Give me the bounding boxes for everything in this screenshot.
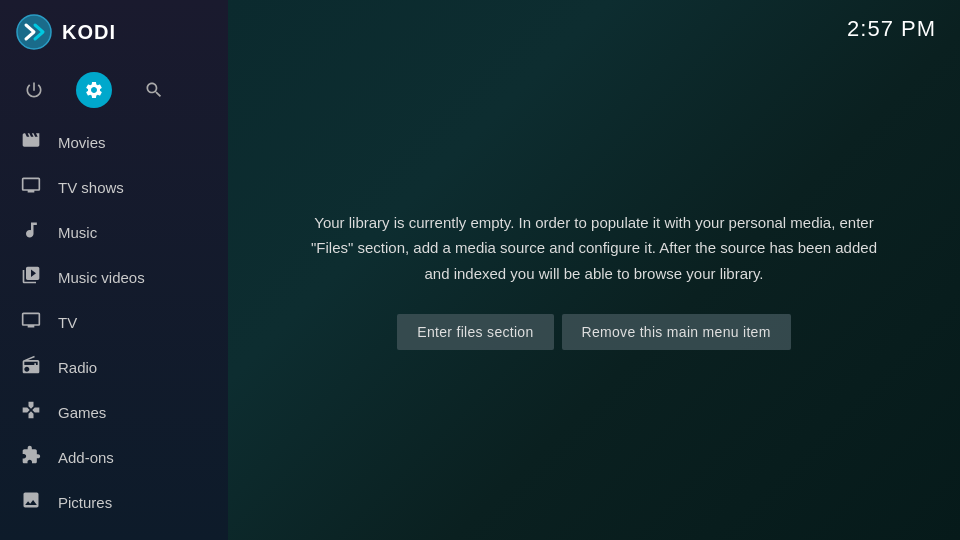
main-content: 2:57 PM Your library is currently empty.… bbox=[228, 0, 960, 540]
musicvideos-icon bbox=[20, 265, 42, 290]
pictures-label: Pictures bbox=[58, 494, 112, 511]
sidebar-item-tvshows[interactable]: TV shows bbox=[0, 165, 228, 210]
games-label: Games bbox=[58, 404, 106, 421]
kodi-logo-icon bbox=[16, 14, 52, 50]
sidebar-item-musicvideos[interactable]: Music videos bbox=[0, 255, 228, 300]
addons-icon bbox=[20, 445, 42, 470]
action-buttons: Enter files section Remove this main men… bbox=[397, 314, 790, 350]
enter-files-button[interactable]: Enter files section bbox=[397, 314, 553, 350]
time-display: 2:57 PM bbox=[847, 16, 936, 42]
settings-gear-icon bbox=[84, 80, 104, 100]
addons-label: Add-ons bbox=[58, 449, 114, 466]
search-button[interactable] bbox=[136, 72, 172, 108]
power-button[interactable] bbox=[16, 72, 52, 108]
movies-icon bbox=[20, 130, 42, 155]
remove-menu-item-button[interactable]: Remove this main menu item bbox=[562, 314, 791, 350]
sidebar-item-music[interactable]: Music bbox=[0, 210, 228, 255]
radio-label: Radio bbox=[58, 359, 97, 376]
power-icon bbox=[24, 80, 44, 100]
tv-label: TV bbox=[58, 314, 77, 331]
tvshows-label: TV shows bbox=[58, 179, 124, 196]
sidebar: KODI Movies bbox=[0, 0, 228, 540]
pictures-icon bbox=[20, 490, 42, 515]
music-icon bbox=[20, 220, 42, 245]
games-icon bbox=[20, 400, 42, 425]
tv-icon bbox=[20, 310, 42, 335]
sidebar-item-games[interactable]: Games bbox=[0, 390, 228, 435]
sidebar-item-tv[interactable]: TV bbox=[0, 300, 228, 345]
sidebar-header: KODI bbox=[0, 0, 228, 64]
app-title: KODI bbox=[62, 21, 116, 44]
sidebar-item-addons[interactable]: Add-ons bbox=[0, 435, 228, 480]
radio-icon bbox=[20, 355, 42, 380]
movies-label: Movies bbox=[58, 134, 106, 151]
settings-button[interactable] bbox=[76, 72, 112, 108]
musicvideos-label: Music videos bbox=[58, 269, 145, 286]
tvshows-icon bbox=[20, 175, 42, 200]
empty-library-container: Your library is currently empty. In orde… bbox=[228, 20, 960, 540]
search-icon bbox=[144, 80, 164, 100]
sidebar-item-pictures[interactable]: Pictures bbox=[0, 480, 228, 525]
music-label: Music bbox=[58, 224, 97, 241]
sidebar-icon-row bbox=[0, 64, 228, 120]
sidebar-item-movies[interactable]: Movies bbox=[0, 120, 228, 165]
empty-library-message: Your library is currently empty. In orde… bbox=[308, 210, 880, 287]
sidebar-item-radio[interactable]: Radio bbox=[0, 345, 228, 390]
sidebar-nav: Movies TV shows Music Music videos TV bbox=[0, 120, 228, 540]
